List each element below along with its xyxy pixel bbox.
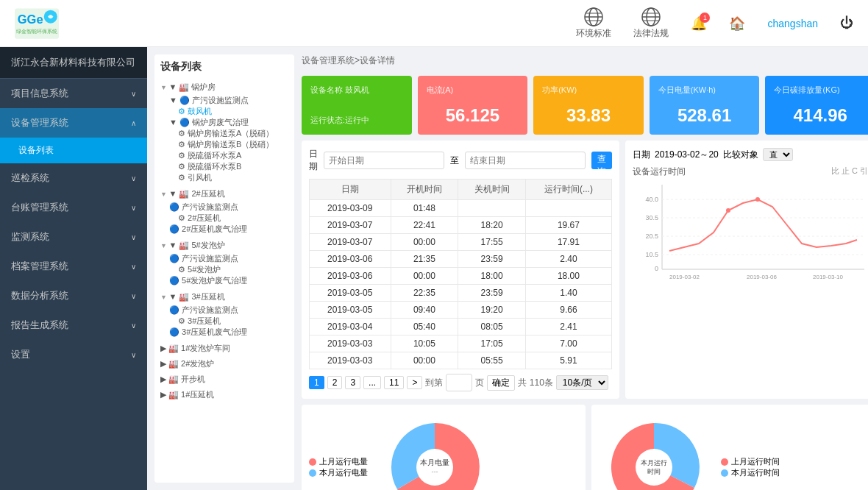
legend-dot-salmon-r (721, 458, 728, 466)
page-goto-input[interactable] (446, 374, 472, 391)
tree-1-roller[interactable]: ▶ 🏭 1#压延机 (160, 387, 288, 402)
stat-cards: 设备名称 鼓风机 运行状态:运行中 电流(A) 56.125 功率(KW) 33… (302, 76, 868, 135)
sidebar-item-inspection[interactable]: 巡检系统 ∨ (0, 163, 147, 193)
sidebar-item-device-mgmt[interactable]: 设备管理系统 ∧ (0, 108, 147, 138)
tree-boiler-gas[interactable]: ▼ 🔵 锅炉房废气治理 (160, 117, 288, 128)
pie-left-legend: 上月运行电量 本月运行电量 (309, 456, 368, 478)
tree-pollution-point-4[interactable]: 🔵 产污设施监测点 (160, 305, 288, 316)
table-row: 2019-03-0700:0017:5517.91 (310, 234, 612, 251)
page-total: 共 110条 (518, 377, 552, 389)
bell-container: 🔔 1 (691, 15, 707, 32)
tree-2-roller-gas[interactable]: 🔵 2#压延机废气治理 (160, 224, 288, 235)
line-chart-svg: 40.0 30.5 20.5 10.5 0 2019-03-02 2019-03… (633, 181, 868, 284)
svg-point-33 (636, 449, 672, 486)
svg-text:GGe: GGe (18, 13, 43, 26)
sidebar-item-settings[interactable]: 设置 ∨ (0, 340, 147, 369)
page-btn-11[interactable]: 11 (384, 376, 404, 389)
nav-environment-standard[interactable]: 环境标准 (576, 7, 611, 40)
tree-pump-water-b[interactable]: ⚙ 脱硫循环水泵B (160, 161, 288, 172)
date-filter-label: 日期 (309, 148, 318, 173)
sidebar-item-project[interactable]: 项目信息系统 ∨ (0, 79, 147, 108)
home-icon[interactable]: 🏠 (729, 15, 745, 32)
pie-left-content: 上月运行电量 本月运行电量 (309, 412, 578, 490)
tree-5-foam[interactable]: ▼ 🏭 5#发泡炉 (160, 238, 288, 253)
svg-text:20.5: 20.5 (645, 232, 658, 240)
page-btn-3[interactable]: 3 (345, 376, 360, 389)
tree-pump-a[interactable]: ⚙ 锅炉房输送泵A（脱硝） (160, 128, 288, 139)
tree-5-foam-node[interactable]: ⚙ 5#发泡炉 (160, 264, 288, 275)
logout-icon[interactable]: ⏻ (840, 15, 853, 31)
pie-right-content: 本月运行 时间 上月运行时间 本月运行时间 (599, 412, 868, 490)
search-button[interactable]: 查询 (591, 152, 612, 169)
date-input[interactable] (324, 152, 444, 169)
tree-boiler[interactable]: ▼ 🏭 锅炉房 (160, 79, 288, 95)
tree-3-roller[interactable]: ▼ 🏭 3#压延机 (160, 289, 288, 305)
sidebar-item-monitor[interactable]: 监测系统 ∨ (0, 222, 147, 252)
tree-pollution-point-1[interactable]: ▼ 🔵 产污设施监测点 (160, 95, 288, 106)
svg-text:本月运行: 本月运行 (641, 459, 667, 466)
tree-pump-water-a[interactable]: ⚙ 脱硫循环水泵A (160, 150, 288, 161)
page-size-select[interactable]: 10条/页 20条/页 50条/页 (556, 375, 608, 390)
tree-pollution-point-2[interactable]: 🔵 产污设施监测点 (160, 202, 288, 213)
tree-exhaust-fan[interactable]: ⚙ 引风机 (160, 172, 288, 183)
date-separator: 至 (450, 155, 459, 167)
svg-text:10.5: 10.5 (645, 251, 658, 258)
sidebar-item-archive[interactable]: 档案管理系统 ∨ (0, 252, 147, 281)
stat-card-current: 电流(A) 56.125 (418, 76, 528, 135)
col-end: 关机时间 (458, 180, 526, 200)
bell-badge: 1 (700, 13, 710, 23)
stat-card-carbon-label: 今日碳排放量(KG) (774, 85, 867, 96)
pie-chart-left-svg: 本月电量 --- (380, 412, 490, 490)
stat-card-device-status: 运行状态:运行中 (310, 115, 403, 126)
chevron-icon-8: ∨ (131, 322, 136, 330)
col-date: 日期 (310, 180, 391, 200)
chevron-icon-4: ∨ (131, 204, 136, 212)
tree-stepper[interactable]: ▶ 🏭 开步机 (160, 372, 288, 387)
bottom-charts: 上月运行电量 本月运行电量 (302, 405, 868, 490)
chart-date-value: 2019-03-02～20 (655, 149, 719, 161)
tree-3-roller-node[interactable]: ⚙ 3#压延机 (160, 316, 288, 327)
page-btn-next[interactable]: > (407, 376, 422, 389)
tree-5-foam-gas[interactable]: 🔵 5#发泡炉废气治理 (160, 275, 288, 286)
tree-1-foam-workshop[interactable]: ▶ 🏭 1#发泡炉车间 (160, 341, 288, 356)
stat-card-current-label: 电流(A) (427, 85, 519, 96)
chart-date-row: 日期 2019-03-02～20 比较对象 直 (633, 148, 868, 161)
tree-2-foam[interactable]: ▶ 🏭 2#发泡炉 (160, 356, 288, 372)
chevron-icon-2: ∧ (131, 119, 136, 127)
tree-pollution-point-3[interactable]: 🔵 产污设施监测点 (160, 253, 288, 264)
tree-2-roller[interactable]: ▼ 🏭 2#压延机 (160, 186, 288, 202)
tree-3-roller-gas[interactable]: 🔵 3#压延机废气治理 (160, 327, 288, 338)
page-btn-1[interactable]: 1 (309, 376, 324, 389)
logo-icon: GGe 绿金智能环保系统 (15, 5, 59, 42)
header: GGe 绿金智能环保系统 环境标准 法律法规 (0, 0, 868, 47)
tree-pump-b[interactable]: ⚙ 锅炉房输送泵B（脱硝） (160, 139, 288, 150)
table-section: 日期 至 查询 日期 开机时间 关机时间 (302, 141, 619, 399)
page-btn-dots[interactable]: ... (363, 376, 381, 389)
legend-dot-blue-r (721, 469, 728, 477)
nav-law[interactable]: 法律法规 (633, 7, 669, 40)
device-section: 设备列表 ▼ 🏭 锅炉房 ▼ 🔵 产污设施监测点 ⚙ 鼓风机 ▼ 🔵 锅炉房废气… (154, 54, 861, 483)
sidebar-item-ledger[interactable]: 台账管理系统 ∨ (0, 193, 147, 222)
stat-card-power-label: 功率(KW) (542, 85, 635, 96)
date-input-end[interactable] (465, 152, 586, 169)
stat-card-current-value: 56.125 (427, 105, 519, 126)
middle-section: 日期 至 查询 日期 开机时间 关机时间 (302, 141, 868, 399)
header-nav: 环境标准 法律法规 🔔 1 🏠 changshan ⏻ (576, 7, 853, 40)
tree-2-roller-node[interactable]: ⚙ 2#压延机 (160, 213, 288, 224)
compare-select[interactable]: 直 (763, 148, 793, 161)
table-row: 2019-03-0621:3523:592.40 (310, 251, 612, 268)
table-row: 2019-03-0310:0517:057.00 (310, 335, 612, 352)
sidebar-item-device-list[interactable]: 设备列表 (0, 138, 147, 163)
nav-law-label: 法律法规 (633, 27, 669, 40)
username[interactable]: changshan (767, 18, 818, 29)
device-tree-title: 设备列表 (160, 60, 288, 74)
page-confirm-btn[interactable]: 确定 (487, 375, 515, 391)
legend-item-prev-time: 上月运行时间 (721, 456, 780, 467)
page-btn-2[interactable]: 2 (327, 376, 343, 389)
tree-fan[interactable]: ⚙ 鼓风机 (160, 106, 288, 117)
legend-item-curr-time: 本月运行时间 (721, 467, 780, 478)
sub-menu-device: 设备列表 (0, 138, 147, 163)
sidebar-item-report[interactable]: 报告生成系统 ∨ (0, 310, 147, 340)
pagination: 1 2 3 ... 11 > 到第 页 确定 共 110条 (309, 374, 612, 391)
sidebar-item-data[interactable]: 数据分析系统 ∨ (0, 281, 147, 310)
